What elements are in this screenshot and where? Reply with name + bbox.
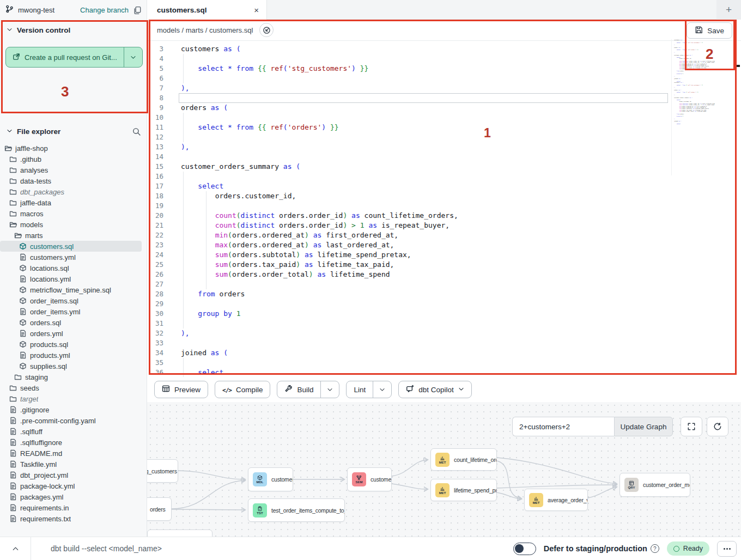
code-line-27[interactable]: 27 <box>147 279 741 289</box>
code-line-30[interactable]: 30 group by 1 <box>147 309 741 319</box>
build-button[interactable]: Build <box>277 381 339 398</box>
lineage-node-stg_customers[interactable]: stg_customers <box>147 459 178 483</box>
code-line-8[interactable]: 8 <box>147 93 741 103</box>
copilot-icon[interactable] <box>259 23 274 37</box>
tree-item-.sqlfluffignore[interactable]: .sqlfluffignore <box>0 437 142 448</box>
code-line-21[interactable]: 21 count(distinct orders.order_id) > 1 a… <box>147 221 741 230</box>
lineage-selector-input[interactable] <box>512 417 614 436</box>
tab-close-icon[interactable]: × <box>254 6 259 14</box>
search-icon[interactable] <box>132 127 141 136</box>
tree-item-customers.yml[interactable]: customers.yml <box>0 252 142 263</box>
code-line-9[interactable]: 9orders as ( <box>147 103 741 113</box>
tree-item-jaffle-shop[interactable]: jaffle-shop <box>0 143 142 154</box>
lineage-node-test_order_items_compute_to_bools...[interactable]: TSTtest_order_items_compute_to_bools... <box>248 498 345 522</box>
lineage-node-customers[interactable]: SEMcustomers <box>347 467 392 491</box>
create-pull-request-button[interactable]: Create a pull request on Git... <box>5 47 143 68</box>
version-control-header[interactable]: Version control <box>0 20 147 39</box>
code-line-23[interactable]: 23 max(orders.ordered_at) as last_ordere… <box>147 240 741 250</box>
tree-item-.sqlfluff[interactable]: .sqlfluff <box>0 426 142 437</box>
code-line-20[interactable]: 20 count(distinct orders.order_id) as co… <box>147 211 741 221</box>
tree-item-products.yml[interactable]: products.yml <box>0 350 142 361</box>
more-options-button[interactable] <box>717 541 737 557</box>
code-line-4[interactable]: 4 <box>147 54 741 64</box>
tree-item-orders.sql[interactable]: orders.sql <box>0 317 142 328</box>
code-line-11[interactable]: 11 select * from {{ ref('orders') }} <box>147 123 741 132</box>
tree-item-staging[interactable]: staging <box>0 372 142 382</box>
code-line-26[interactable]: 26 sum(orders.order_total) as lifetime_s… <box>147 270 741 279</box>
tree-item-.pre-commit-config.yaml[interactable]: .pre-commit-config.yaml <box>0 415 142 426</box>
copy-icon[interactable] <box>133 6 141 14</box>
code-line-31[interactable]: 31 <box>147 319 741 328</box>
tree-item-locations.yml[interactable]: locations.yml <box>0 273 142 284</box>
tree-item-models[interactable]: models <box>0 219 142 230</box>
tree-item-packages.yml[interactable]: packages.yml <box>0 491 142 502</box>
update-graph-button[interactable]: Update Graph <box>614 417 673 436</box>
file-explorer-header[interactable]: File explorer <box>0 121 147 142</box>
tree-item-target[interactable]: target <box>0 393 142 404</box>
lineage-node-lifetime_spend_pretax[interactable]: METlifetime_spend_pretax <box>430 479 497 501</box>
compile-button[interactable]: </> Compile <box>215 381 270 398</box>
change-branch-link[interactable]: Change branch <box>80 6 129 14</box>
code-line-25[interactable]: 25 sum(orders.tax_paid) as lifetime_tax_… <box>147 260 741 270</box>
build-dropdown-caret[interactable] <box>320 381 339 398</box>
minimap[interactable]: customers as ( select * from {{ ref('stg… <box>671 39 715 175</box>
pr-dropdown-caret[interactable] <box>124 47 142 67</box>
code-line-16[interactable]: 16 <box>147 172 741 181</box>
tree-item-seeds[interactable]: seeds <box>0 382 142 393</box>
code-line-7[interactable]: 7), <box>147 83 741 93</box>
defer-toggle[interactable] <box>513 543 536 555</box>
tree-item-locations.sql[interactable]: locations.sql <box>0 263 142 273</box>
tree-item-products.sql[interactable]: products.sql <box>0 339 142 350</box>
tree-item-.gitignore[interactable]: .gitignore <box>0 404 142 415</box>
tree-item-order_items.sql[interactable]: order_items.sql <box>0 295 142 306</box>
code-line-6[interactable]: 6 <box>147 74 741 83</box>
tree-item-supplies.sql[interactable]: supplies.sql <box>0 361 142 372</box>
tree-item-customers.sql[interactable]: customers.sql <box>0 241 142 252</box>
code-line-36[interactable]: 36 select <box>147 368 741 377</box>
code-line-24[interactable]: 24 sum(orders.subtotal) as lifetime_spen… <box>147 250 741 260</box>
lineage-node-customer_order_metrics[interactable]: QRYcustomer_order_metrics <box>619 473 690 497</box>
dbt-copilot-button[interactable]: dbt Copilot <box>398 381 472 398</box>
tree-item-dbt_packages[interactable]: dbt_packages <box>0 186 142 197</box>
tree-item-package-lock.yml[interactable]: package-lock.yml <box>0 480 142 491</box>
code-line-28[interactable]: 28 from orders <box>147 289 741 299</box>
tree-item-README.md[interactable]: README.md <box>0 448 142 459</box>
scrollbar-indicator[interactable] <box>733 65 740 67</box>
tree-item-.github[interactable]: .github <box>0 154 142 165</box>
code-line-17[interactable]: 17 select <box>147 181 741 191</box>
code-line-3[interactable]: 3customers as ( <box>147 44 741 54</box>
code-line-18[interactable]: 18 orders.customer_id, <box>147 191 741 201</box>
code-line-32[interactable]: 32), <box>147 328 741 338</box>
code-line-13[interactable]: 13), <box>147 142 741 152</box>
help-icon[interactable]: ? <box>651 544 659 553</box>
tree-item-marts[interactable]: marts <box>0 230 142 241</box>
code-line-14[interactable]: 14 <box>147 152 741 162</box>
code-line-34[interactable]: 34joined as ( <box>147 348 741 358</box>
lineage-node-customers[interactable]: MDLcustomers <box>248 467 293 491</box>
collapse-chevron-icon[interactable] <box>0 545 31 552</box>
tree-item-Taskfile.yml[interactable]: Taskfile.yml <box>0 459 142 470</box>
save-button[interactable]: Save <box>687 22 732 39</box>
code-line-15[interactable]: 15customer_orders_summary as ( <box>147 162 741 172</box>
tree-item-data-tests[interactable]: data-tests <box>0 175 142 186</box>
code-line-12[interactable]: 12 <box>147 132 741 142</box>
code-editor[interactable]: 3customers as (45 select * from {{ ref('… <box>147 41 741 377</box>
tab-customers-sql[interactable]: customers.sql × <box>147 0 267 20</box>
lineage-node-count_lifetime_orders[interactable]: METcount_lifetime_orders <box>430 448 497 471</box>
code-line-10[interactable]: 10 <box>147 113 741 123</box>
tree-item-requirements.in[interactable]: requirements.in <box>0 502 142 513</box>
code-line-19[interactable]: 19 <box>147 201 741 211</box>
tree-item-analyses[interactable]: analyses <box>0 165 142 175</box>
code-line-22[interactable]: 22 min(orders.ordered_at) as first_order… <box>147 230 741 240</box>
tree-item-dbt_project.yml[interactable]: dbt_project.yml <box>0 470 142 480</box>
lint-button[interactable]: Lint <box>346 381 392 398</box>
preview-button[interactable]: Preview <box>154 381 208 398</box>
code-line-29[interactable]: 29 <box>147 299 741 309</box>
tree-item-orders.yml[interactable]: orders.yml <box>0 328 142 339</box>
code-line-33[interactable]: 33 <box>147 338 741 348</box>
tree-item-macros[interactable]: macros <box>0 208 142 219</box>
lineage-node-partial[interactable] <box>147 529 212 537</box>
lint-dropdown-caret[interactable] <box>373 381 391 398</box>
lineage-node-orders[interactable]: orders <box>147 497 172 521</box>
tree-item-metricflow_time_spine.sql[interactable]: metricflow_time_spine.sql <box>0 284 142 295</box>
